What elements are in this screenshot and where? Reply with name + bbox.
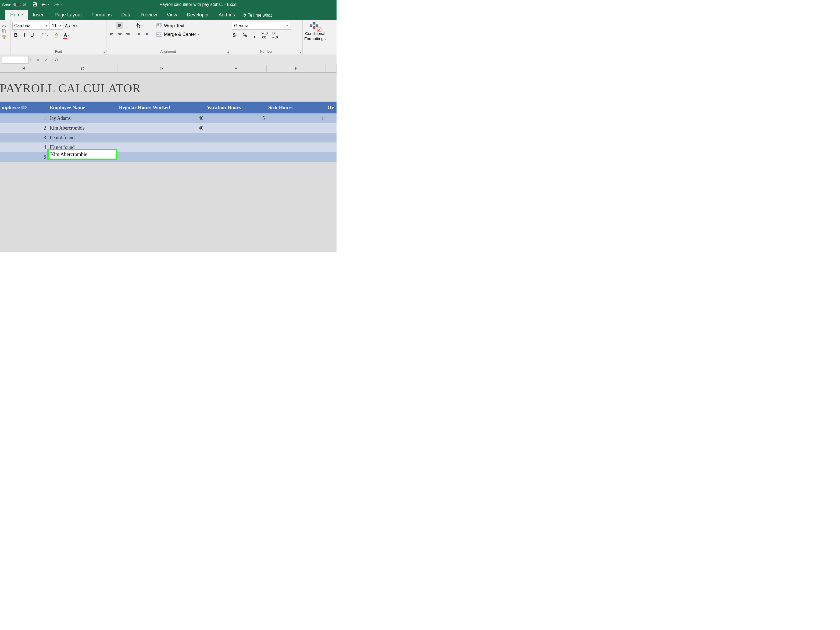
column-header-D[interactable]: D [117, 65, 205, 72]
tab-view[interactable]: View [162, 10, 182, 20]
increase-font-icon[interactable]: A▴ [64, 22, 71, 29]
cell-overtime[interactable] [326, 114, 336, 123]
column-header-G[interactable] [326, 65, 336, 72]
bold-button[interactable]: B [13, 32, 19, 39]
percent-format-button[interactable]: % [242, 32, 248, 39]
header-employee-id[interactable]: mployee ID [0, 102, 48, 114]
accounting-format-button[interactable]: $▾ [232, 32, 239, 39]
font-color-button[interactable]: A ▾ [63, 32, 70, 39]
cancel-formula-icon[interactable]: ✕ [36, 57, 40, 63]
cell-sick-hours[interactable]: 1 [267, 114, 326, 123]
name-box[interactable] [2, 56, 28, 64]
tab-insert[interactable]: Insert [28, 10, 50, 20]
header-vacation-hours[interactable]: Vacation Hours [205, 102, 267, 114]
cell-employee-id[interactable]: 3 [0, 133, 48, 142]
cell-sick-hours[interactable] [267, 133, 326, 142]
format-painter-icon[interactable] [2, 35, 6, 40]
cell-overtime[interactable] [326, 142, 336, 152]
italic-button[interactable]: I [21, 32, 28, 39]
redo-button[interactable]: ▼ [54, 2, 63, 7]
cell-vacation-hours[interactable]: 5 [205, 114, 267, 123]
dialog-launcher-icon[interactable]: ◢ [227, 51, 229, 54]
tab-developer[interactable]: Developer [182, 10, 214, 20]
cell-regular-hours[interactable]: 40 [117, 114, 205, 123]
cell-sick-hours[interactable] [267, 123, 326, 133]
tell-me-label: Tell me what [248, 13, 272, 18]
increase-indent-icon[interactable] [143, 31, 150, 38]
name-box-caret-icon[interactable]: ⋮ [29, 58, 31, 62]
cell-vacation-hours[interactable] [205, 142, 267, 152]
decrease-font-icon[interactable]: A▾ [71, 22, 79, 29]
dropdown-caret-icon: ▾ [35, 34, 36, 36]
cell-regular-hours[interactable]: 40 [117, 123, 205, 133]
comma-format-button[interactable]: , [251, 32, 258, 39]
align-middle-icon[interactable] [116, 22, 123, 29]
cell-overtime[interactable] [326, 152, 336, 162]
wrap-text-button[interactable]: ab Wrap Text [154, 22, 201, 30]
tab-addins[interactable]: Add-ins [214, 10, 240, 20]
formula-input[interactable] [61, 56, 336, 64]
worksheet[interactable]: PAYROLL CALCULATOR mployee ID Employee N… [0, 73, 336, 252]
align-bottom-icon[interactable] [124, 22, 131, 29]
align-top-icon[interactable] [108, 22, 115, 29]
cell-regular-hours[interactable] [117, 152, 205, 162]
cell-employee-id[interactable]: 5 [0, 152, 48, 162]
cell-regular-hours[interactable] [117, 142, 205, 152]
column-header-B[interactable]: B [0, 65, 48, 72]
cell-regular-hours[interactable] [117, 133, 205, 142]
autosave-control[interactable]: Save Off [2, 2, 27, 7]
tab-home[interactable]: Home [5, 10, 28, 20]
cell-overtime[interactable] [326, 133, 336, 142]
font-size-select[interactable]: 11 ▼ [50, 22, 63, 30]
save-icon[interactable] [32, 2, 37, 8]
header-regular-hours[interactable]: Regular Hours Worked [117, 102, 205, 114]
cell-employee-id[interactable]: 1 [0, 114, 48, 123]
dialog-launcher-icon[interactable]: ◢ [103, 51, 105, 54]
column-header-C[interactable]: C [48, 65, 117, 72]
cell-overtime[interactable] [326, 123, 336, 133]
borders-button[interactable]: ▾ [41, 32, 49, 39]
cell-sick-hours[interactable] [267, 142, 326, 152]
fx-label[interactable]: fx [52, 57, 61, 63]
header-employee-name[interactable]: Employee Name [48, 102, 117, 114]
number-format-select[interactable]: General ▼ [232, 22, 291, 30]
dialog-launcher-icon[interactable]: ◢ [299, 51, 301, 54]
cell-vacation-hours[interactable] [205, 152, 267, 162]
dropdown-caret-icon: ▾ [59, 34, 61, 36]
undo-button[interactable]: ▼ [41, 2, 50, 7]
align-left-icon[interactable] [108, 31, 115, 38]
cut-icon[interactable] [2, 22, 6, 27]
cell-vacation-hours[interactable] [205, 133, 267, 142]
column-header-F[interactable]: F [267, 65, 326, 72]
tab-data[interactable]: Data [116, 10, 136, 20]
font-name-select[interactable]: Cambria ▼ [13, 22, 49, 30]
autosave-toggle-icon[interactable] [13, 3, 21, 6]
orientation-icon[interactable]: ab▾ [135, 22, 143, 29]
tell-me-search[interactable]: Tell me what [240, 11, 275, 20]
header-overtime[interactable]: Ov [326, 102, 336, 114]
header-sick-hours[interactable]: Sick Hours [267, 102, 326, 114]
conditional-formatting-button[interactable]: Conditional Formatting ▾ [304, 22, 326, 41]
cell-employee-name[interactable]: ID not found [48, 133, 117, 142]
highlighted-cell[interactable]: Kim Abercrombie [47, 148, 117, 160]
tab-formulas[interactable]: Formulas [87, 10, 116, 20]
cell-vacation-hours[interactable] [205, 123, 267, 133]
underline-button[interactable]: U▾ [30, 32, 36, 39]
column-header-E[interactable]: E [205, 65, 267, 72]
align-center-icon[interactable] [116, 31, 123, 38]
merge-center-button[interactable]: Merge & Center ▾ [154, 31, 201, 38]
cell-employee-name[interactable]: Jay Adams [48, 114, 117, 123]
cell-employee-name[interactable]: Kim Abercrombie [48, 123, 117, 133]
align-right-icon[interactable] [124, 31, 131, 38]
cell-employee-id[interactable]: 2 [0, 123, 48, 133]
confirm-formula-icon[interactable]: ✓ [44, 57, 48, 63]
cell-sick-hours[interactable] [267, 152, 326, 162]
fill-color-button[interactable]: ▾ [54, 32, 61, 39]
increase-decimal-button[interactable]: ←.0.00 [261, 32, 268, 39]
copy-icon[interactable] [2, 28, 6, 34]
decrease-indent-icon[interactable] [135, 31, 142, 38]
tab-review[interactable]: Review [136, 10, 162, 20]
decrease-decimal-button[interactable]: .00→.0 [271, 32, 278, 39]
cell-employee-id[interactable]: 4 [0, 142, 48, 152]
tab-page-layout[interactable]: Page Layout [50, 10, 87, 20]
